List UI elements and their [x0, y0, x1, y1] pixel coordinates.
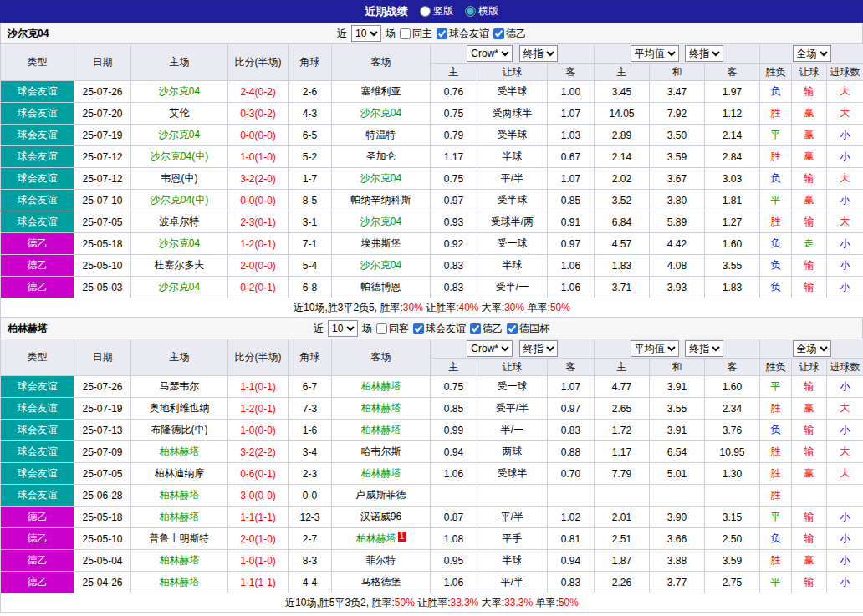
handicap-home-odds: 1.08 [431, 528, 477, 550]
home-team-cell: 柏林赫塔 [131, 507, 228, 528]
same-home-checkbox-input[interactable] [400, 28, 411, 39]
avg-away-odds: 1.83 [705, 277, 760, 298]
bundesliga2-checkbox-input[interactable] [470, 323, 481, 334]
recent-count-select[interactable]: 10 [328, 320, 358, 337]
average-select[interactable]: 平均值 [631, 45, 679, 62]
filter-controls: 近 10 场 同客 球会友谊 德乙 德国杯 [314, 320, 549, 337]
friendly-checkbox-input[interactable] [437, 28, 447, 39]
handicap-result-cell: 输 [792, 528, 827, 550]
corners-cell: 5-4 [289, 255, 332, 277]
friendly-checkbox-input[interactable] [413, 323, 424, 334]
avg-draw-odds: 5.89 [650, 211, 705, 233]
col-header-handicap-away: 客 [548, 64, 595, 81]
corners-cell: 3-4 [289, 441, 332, 463]
avg-home-odds: 2.51 [595, 528, 650, 550]
handicap-result-cell: 输 [792, 441, 827, 463]
away-team-cell: 卢威斯菲德 [332, 485, 431, 507]
average-select[interactable]: 平均值 [631, 340, 679, 357]
handicap-result-cell: 输 [792, 211, 827, 233]
bundesliga2-label: 德乙 [506, 27, 526, 41]
layout-vertical-radio[interactable]: 竖版 [420, 4, 453, 18]
corners-cell: 4-4 [289, 572, 332, 593]
home-team-cell: 艾伦 [131, 103, 228, 125]
same-away-checkbox-input[interactable] [376, 323, 387, 334]
handicap-home-odds: 0.79 [431, 125, 477, 146]
col-header-handicap-away: 客 [548, 359, 595, 376]
handicap-home-odds: 0.83 [431, 277, 477, 298]
goals-result-cell: 大 [827, 211, 863, 233]
final-index-select[interactable]: 终指 [685, 340, 723, 357]
league-filter-german-cup[interactable]: 德国杯 [507, 322, 549, 336]
bookmaker-select[interactable]: Crow* [467, 45, 513, 62]
handicap-result-cell: 赢 [792, 190, 827, 211]
handicap-home-odds: 0.75 [431, 168, 477, 190]
final-index-select[interactable]: 终指 [685, 45, 723, 62]
avg-draw-odds: 7.92 [650, 103, 705, 125]
home-team-cell: 韦恩(中) [131, 168, 228, 190]
german-cup-checkbox-input[interactable] [507, 323, 518, 334]
home-team-cell: 沙尔克04 [131, 277, 228, 298]
avg-draw-odds: 3.66 [650, 528, 705, 550]
corners-cell: 2-6 [289, 81, 332, 103]
handicap-line: 受两球半 [477, 103, 548, 125]
handicap-result-cell: 输 [792, 572, 827, 593]
summary-rate-label: 大率: [479, 302, 505, 313]
league-filter-friendly[interactable]: 球会友谊 [413, 322, 466, 336]
league-cell: 德乙 [1, 255, 74, 277]
games-label: 场 [386, 27, 396, 41]
corners-cell: 2-3 [289, 463, 332, 485]
avg-home-odds: 2.65 [595, 398, 650, 420]
result-cell: 胜 [760, 550, 792, 572]
col-header-home: 主场 [131, 44, 228, 81]
same-away-checkbox[interactable]: 同客 [376, 322, 409, 336]
handicap-away-odds: 1.07 [548, 103, 595, 125]
home-team-cell: 波卓尔特 [131, 211, 228, 233]
final-index-select[interactable]: 终指 [519, 45, 558, 62]
col-header-avg-away: 客 [705, 359, 760, 376]
col-header-handicap-result: 让球 [792, 359, 827, 376]
summary-prefix: 近10场,胜5平3负2, [285, 597, 369, 608]
match-row: 德乙25-05-18沙尔克041-2(0-1)7-1埃弗斯堡0.92受一球0.9… [1, 233, 863, 255]
handicap-result-cell: 输 [792, 81, 827, 103]
col-header-avg-away: 客 [705, 64, 760, 81]
handicap-home-odds: 0.97 [431, 190, 477, 211]
goals-result-cell: 大 [827, 463, 863, 485]
bookmaker-select[interactable]: Crow* [467, 340, 513, 357]
col-header-away: 客场 [332, 339, 431, 376]
recent-count-select[interactable]: 10 [351, 25, 381, 42]
corners-cell: 6-5 [289, 125, 332, 146]
final-index-select[interactable]: 终指 [519, 340, 558, 357]
same-home-checkbox[interactable]: 同主 [400, 27, 432, 41]
league-cell: 德乙 [1, 507, 74, 528]
goals-result-cell: 小 [827, 233, 863, 255]
handicap-away-odds: 1.02 [548, 507, 595, 528]
goals-result-cell: 小 [827, 572, 863, 593]
col-header-handicap-line: 让球 [477, 64, 548, 81]
league-filter-bundesliga2[interactable]: 德乙 [493, 27, 526, 41]
layout-horizontal-radio[interactable]: 横版 [465, 4, 498, 18]
col-header-result: 胜负 [760, 64, 792, 81]
full-match-select[interactable]: 全场 [793, 340, 831, 357]
col-header-goals: 进球数 [827, 359, 863, 376]
league-filter-bundesliga2[interactable]: 德乙 [470, 322, 503, 336]
score-cell: 1-0(1-0) [228, 146, 289, 168]
bundesliga2-checkbox-input[interactable] [493, 28, 504, 39]
result-cell: 平 [760, 572, 792, 593]
handicap-select-group: Crow* 终指 [431, 339, 595, 359]
col-header-avg-draw: 和 [650, 359, 705, 376]
handicap-result-cell: 输 [792, 420, 827, 441]
vertical-radio-input[interactable] [420, 6, 431, 17]
horizontal-radio-input[interactable] [465, 6, 476, 17]
summary-rate-value: 33.3% [504, 597, 533, 608]
away-team-cell: 马格德堡 [332, 572, 431, 593]
col-header-goals: 进球数 [827, 64, 863, 81]
handicap-home-odds: 0.85 [431, 398, 477, 420]
avg-draw-odds: 3.88 [650, 550, 705, 572]
league-filter-friendly[interactable]: 球会友谊 [437, 27, 489, 41]
handicap-away-odds: 1.03 [548, 125, 595, 146]
match-row: 德乙25-05-18柏林赫塔1-1(1-1)12-3汉诺威960.87平/半1.… [1, 507, 863, 528]
avg-away-odds: 1.12 [705, 103, 760, 125]
full-match-select[interactable]: 全场 [793, 45, 831, 62]
goals-result-cell: 小 [827, 125, 863, 146]
handicap-result-cell: 输 [792, 376, 827, 398]
